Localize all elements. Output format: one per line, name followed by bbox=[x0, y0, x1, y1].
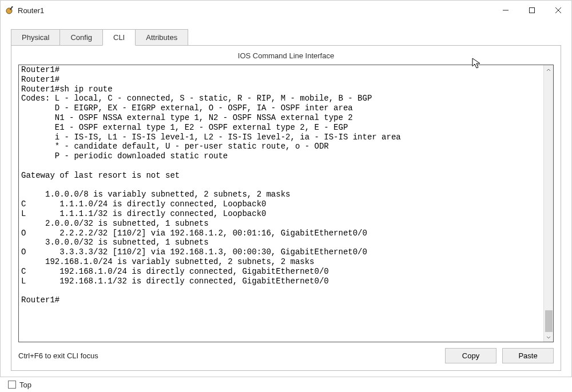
bottom-bar: Top bbox=[0, 377, 572, 392]
tab-panel: IOS Command Line Interface Router1# Rout… bbox=[11, 45, 561, 371]
content-area: Physical Config CLI Attributes IOS Comma… bbox=[1, 20, 571, 377]
svg-rect-4 bbox=[530, 8, 535, 13]
paste-button[interactable]: Paste bbox=[502, 348, 554, 363]
tab-attributes[interactable]: Attributes bbox=[135, 29, 188, 45]
tab-bar: Physical Config CLI Attributes bbox=[11, 29, 561, 45]
close-button[interactable] bbox=[545, 1, 571, 20]
window-controls bbox=[492, 1, 571, 20]
app-window: Router1 Physical Config CLI Attributes I… bbox=[0, 0, 572, 377]
maximize-button[interactable] bbox=[519, 1, 545, 20]
copy-button[interactable]: Copy bbox=[445, 348, 496, 363]
tab-cli[interactable]: CLI bbox=[102, 29, 136, 46]
cli-output[interactable]: Router1# Router1# Router1#sh ip route Co… bbox=[19, 65, 543, 342]
scroll-up-arrow[interactable] bbox=[544, 65, 553, 75]
scroll-down-arrow[interactable] bbox=[544, 332, 553, 342]
tab-physical[interactable]: Physical bbox=[11, 29, 60, 45]
scrollbar[interactable] bbox=[543, 65, 553, 342]
top-checkbox[interactable] bbox=[8, 381, 16, 389]
router-icon bbox=[5, 6, 14, 15]
panel-title: IOS Command Line Interface bbox=[18, 51, 554, 60]
footer-row: Ctrl+F6 to exit CLI focus Copy Paste bbox=[18, 342, 554, 363]
window-title: Router1 bbox=[18, 6, 492, 15]
minimize-button[interactable] bbox=[492, 1, 519, 20]
svg-point-2 bbox=[12, 6, 13, 7]
scroll-thumb[interactable] bbox=[545, 310, 553, 332]
title-bar: Router1 bbox=[1, 1, 571, 20]
tab-config[interactable]: Config bbox=[59, 29, 103, 45]
cli-hint: Ctrl+F6 to exit CLI focus bbox=[18, 351, 439, 360]
cli-wrapper: Router1# Router1# Router1#sh ip route Co… bbox=[18, 65, 554, 342]
top-checkbox-label: Top bbox=[19, 381, 31, 389]
